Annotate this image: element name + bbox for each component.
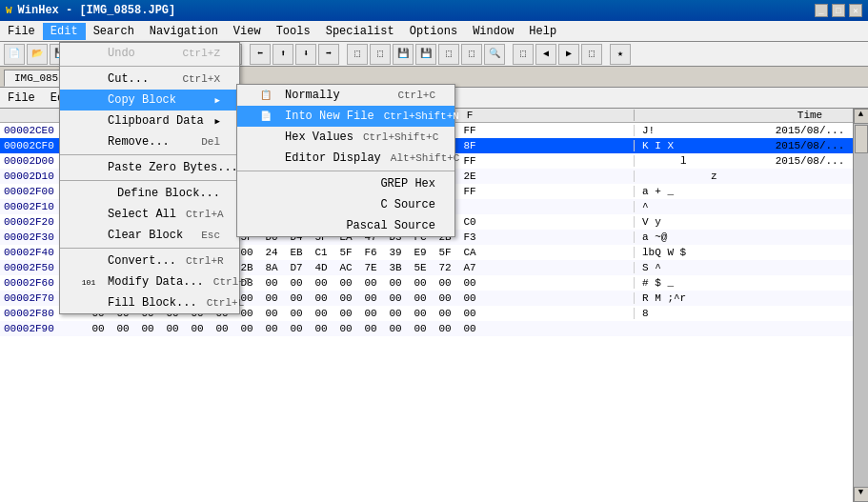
- close-btn[interactable]: ✕: [849, 4, 862, 17]
- tb-nav1[interactable]: ⬅: [250, 44, 271, 65]
- copy-block-submenu: 📋 Normally Ctrl+C 📄 Into New File Ctrl+S…: [236, 84, 455, 237]
- sep1: [60, 66, 239, 67]
- vertical-scrollbar[interactable]: ▲ ▼: [853, 109, 868, 502]
- menu-fill-block[interactable]: Fill Block... Ctrl+L: [60, 292, 239, 313]
- menu-remove[interactable]: Remove... Del: [60, 131, 239, 152]
- tb-nav2[interactable]: ⬆: [273, 44, 293, 65]
- menu-define-block[interactable]: Define Block...: [60, 183, 239, 204]
- menu-clear-block[interactable]: Clear Block Esc: [60, 225, 239, 246]
- menu-search[interactable]: Search: [86, 23, 142, 40]
- menu-paste-zero[interactable]: Paste Zero Bytes...: [60, 157, 239, 178]
- scroll-down-btn[interactable]: ▼: [854, 487, 869, 502]
- menu-help[interactable]: Help: [521, 23, 564, 40]
- scroll-thumb[interactable]: [855, 125, 868, 153]
- copy-normally[interactable]: 📋 Normally Ctrl+C: [237, 85, 454, 106]
- app-icon: W: [6, 5, 12, 16]
- sub-sep1: [237, 171, 454, 171]
- tb-nav3[interactable]: ⬇: [295, 44, 316, 65]
- tb-new[interactable]: 📄: [4, 44, 25, 65]
- tb-copy1[interactable]: ⬚: [347, 44, 368, 65]
- window-title: WinHex - [IMG_0858.JPG]: [18, 4, 176, 17]
- table-row: 00002F90 0000000000000000000000000000000…: [0, 321, 853, 336]
- copy-editor-display[interactable]: Editor Display Alt+Shift+C: [237, 148, 454, 169]
- scroll-track[interactable]: [854, 124, 869, 487]
- tb-extra4[interactable]: ⬚: [581, 44, 602, 65]
- edit-dropdown-menu: Undo Ctrl+Z Cut... Ctrl+X Copy Block ▶ C…: [59, 42, 240, 314]
- tb-nav4[interactable]: ➡: [318, 44, 339, 65]
- menu-clipboard-data[interactable]: Clipboard Data ▶: [60, 110, 239, 131]
- menu-file[interactable]: File: [0, 23, 43, 40]
- menu-cut[interactable]: Cut... Ctrl+X: [60, 69, 239, 90]
- tb-disk2[interactable]: 💾: [415, 44, 436, 65]
- menu-options[interactable]: Options: [402, 23, 465, 40]
- menu-view[interactable]: View: [226, 23, 269, 40]
- tb-copy2[interactable]: ⬚: [370, 44, 391, 65]
- tb-disk3[interactable]: ⬚: [438, 44, 459, 65]
- tb-extra2[interactable]: ◀: [535, 44, 556, 65]
- menu-convert[interactable]: Convert... Ctrl+R: [60, 251, 239, 271]
- scroll-up-btn[interactable]: ▲: [854, 109, 869, 124]
- tb-open[interactable]: 📂: [27, 44, 48, 65]
- menu-modify-data[interactable]: 101 Modify Data... Ctrl+T: [60, 271, 239, 292]
- copy-c-source[interactable]: C Source: [237, 194, 454, 215]
- tb-search-big[interactable]: 🔍: [484, 44, 505, 65]
- tb-disk4[interactable]: ⬚: [461, 44, 482, 65]
- sep2: [60, 154, 239, 155]
- menu-window[interactable]: Window: [465, 23, 521, 40]
- tb-disk1[interactable]: 💾: [393, 44, 414, 65]
- minimize-btn[interactable]: _: [815, 4, 828, 17]
- second-menu-file[interactable]: File: [0, 90, 43, 107]
- tb-extra1[interactable]: ⬚: [513, 44, 534, 65]
- menu-undo[interactable]: Undo Ctrl+Z: [60, 43, 239, 64]
- tb-star[interactable]: ★: [610, 44, 631, 65]
- tb-extra3[interactable]: ▶: [558, 44, 579, 65]
- menu-edit[interactable]: Edit: [43, 23, 86, 40]
- time-header: Time: [767, 110, 853, 121]
- menu-bar: File Edit Search Navigation View Tools S…: [0, 21, 868, 42]
- maximize-btn[interactable]: □: [832, 4, 845, 17]
- menu-select-all[interactable]: Select All Ctrl+A: [60, 204, 239, 225]
- sep4: [60, 248, 239, 249]
- ascii-header: [634, 110, 767, 121]
- menu-navigation[interactable]: Navigation: [142, 23, 226, 40]
- copy-into-new-file[interactable]: 📄 Into New File Ctrl+Shift+N: [237, 106, 454, 127]
- title-bar: W WinHex - [IMG_0858.JPG] _ □ ✕: [0, 0, 868, 21]
- copy-grep-hex[interactable]: GREP Hex: [237, 173, 454, 194]
- menu-tools[interactable]: Tools: [269, 23, 318, 40]
- copy-pascal-source[interactable]: Pascal Source: [237, 215, 454, 236]
- copy-hex-values[interactable]: Hex Values Ctrl+Shift+C: [237, 127, 454, 148]
- menu-specialist[interactable]: Specialist: [318, 23, 402, 40]
- menu-copy-block[interactable]: Copy Block ▶: [60, 90, 239, 110]
- sep3: [60, 180, 239, 181]
